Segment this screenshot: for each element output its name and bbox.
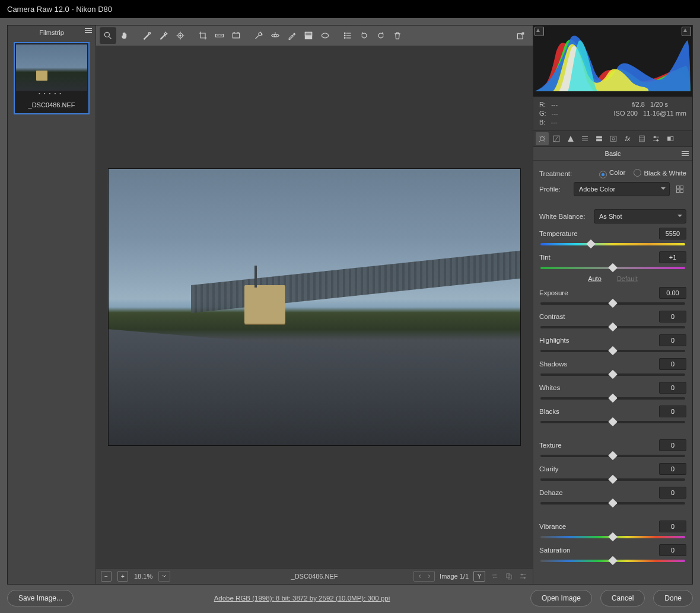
- highlights-slider[interactable]: Highlights0: [539, 334, 686, 352]
- profile-browser-icon[interactable]: [673, 183, 686, 196]
- tab-snapshots-icon[interactable]: [664, 132, 677, 145]
- transform-tool-icon[interactable]: [228, 27, 244, 44]
- delete-icon[interactable]: [389, 27, 406, 44]
- svg-rect-33: [596, 139, 602, 142]
- tab-curve-icon[interactable]: [550, 132, 563, 145]
- tab-detail-icon[interactable]: [564, 132, 577, 145]
- whites-slider[interactable]: Whites0: [539, 382, 686, 400]
- svg-point-26: [524, 577, 525, 579]
- zoom-level: 18.1%: [134, 573, 152, 580]
- tab-lens-icon[interactable]: [607, 132, 620, 145]
- tab-presets-icon[interactable]: [650, 132, 663, 145]
- zoom-dropdown[interactable]: [158, 571, 170, 582]
- cancel-button[interactable]: Cancel: [600, 590, 645, 606]
- vibrance-slider[interactable]: Vibrance0: [539, 521, 686, 538]
- footer: Save Image... Adobe RGB (1998); 8 bit; 3…: [7, 587, 693, 609]
- svg-rect-47: [676, 190, 679, 193]
- panel-title: Basic: [605, 150, 621, 157]
- exposure-slider[interactable]: Exposure0.00: [539, 287, 686, 305]
- svg-rect-36: [639, 136, 644, 142]
- panel-title-row: Basic: [533, 147, 692, 161]
- svg-point-9: [274, 34, 276, 37]
- canvas-area[interactable]: [96, 46, 533, 568]
- zoom-out-button[interactable]: −: [101, 571, 112, 582]
- tab-basic-icon[interactable]: [536, 132, 549, 145]
- copy-settings-icon[interactable]: [504, 572, 514, 581]
- treatment-bw-radio[interactable]: Black & White: [634, 169, 686, 178]
- radial-filter-tool-icon[interactable]: [317, 27, 333, 44]
- targeted-adjustment-tool-icon[interactable]: [172, 27, 189, 44]
- saturation-slider[interactable]: Saturation0: [539, 544, 686, 562]
- color-sampler-tool-icon[interactable]: [155, 27, 172, 44]
- svg-point-16: [344, 35, 345, 36]
- image-nav[interactable]: [413, 571, 435, 582]
- svg-rect-6: [216, 34, 224, 37]
- thumbnail-image: [16, 44, 87, 91]
- preferences-list-icon[interactable]: [339, 27, 356, 44]
- crop-tool-icon[interactable]: [195, 27, 211, 44]
- done-button[interactable]: Done: [653, 590, 693, 606]
- panel-tabs: fx: [533, 131, 692, 147]
- app-frame: Filmstrip ••••• _DSC0486.NEF: [0, 18, 700, 613]
- shadows-slider[interactable]: Shadows0: [539, 358, 686, 376]
- open-image-button[interactable]: Open Image: [530, 590, 592, 606]
- tab-fx-icon[interactable]: fx: [621, 132, 634, 145]
- default-button[interactable]: Default: [617, 275, 638, 282]
- toolbar: [96, 25, 533, 46]
- svg-point-14: [344, 33, 345, 34]
- share-icon[interactable]: [513, 27, 529, 44]
- right-panel: R: --- G: --- B: --- f/2.8 1/20 s ISO 20…: [533, 25, 692, 584]
- temperature-slider[interactable]: Temperature5550: [539, 228, 686, 245]
- swap-icon[interactable]: [490, 572, 499, 581]
- save-image-button[interactable]: Save Image...: [7, 590, 74, 606]
- wb-dropdown[interactable]: As Shot: [594, 209, 686, 224]
- image-preview: [109, 169, 520, 445]
- tab-hsl-icon[interactable]: [578, 132, 591, 145]
- tint-slider[interactable]: Tint+1: [539, 251, 686, 269]
- thumbnail-filename: _DSC0486.NEF: [16, 99, 87, 112]
- svg-rect-48: [680, 190, 683, 193]
- workflow-options-link[interactable]: Adobe RGB (1998); 8 bit; 3872 by 2592 (1…: [74, 595, 530, 602]
- info-row: R: --- G: --- B: --- f/2.8 1/20 s ISO 20…: [533, 97, 692, 131]
- sliders-icon[interactable]: [518, 572, 528, 581]
- tab-split-icon[interactable]: [593, 132, 606, 145]
- contrast-slider[interactable]: Contrast0: [539, 311, 686, 328]
- straighten-tool-icon[interactable]: [211, 27, 228, 44]
- zoom-in-button[interactable]: +: [117, 571, 128, 582]
- histogram[interactable]: [533, 25, 692, 97]
- center-column: − + 18.1% _DSC0486.NEF Image 1/1 Y: [96, 25, 533, 584]
- graduated-filter-tool-icon[interactable]: [300, 27, 317, 44]
- window-title: Camera Raw 12.0 - Nikon D80: [7, 5, 112, 14]
- texture-slider[interactable]: Texture0: [539, 439, 686, 457]
- svg-point-5: [180, 35, 181, 36]
- profile-dropdown[interactable]: Adobe Color: [574, 182, 670, 196]
- panel-menu-icon[interactable]: [682, 151, 689, 157]
- treatment-color-radio[interactable]: Color: [599, 169, 625, 178]
- svg-rect-45: [676, 186, 679, 189]
- thumbnail[interactable]: ••••• _DSC0486.NEF: [14, 42, 90, 114]
- svg-rect-12: [305, 32, 311, 36]
- hand-tool-icon[interactable]: [116, 27, 133, 44]
- clarity-slider[interactable]: Clarity0: [539, 463, 686, 481]
- white-balance-tool-icon[interactable]: [139, 27, 155, 44]
- dehaze-slider[interactable]: Dehaze0: [539, 487, 686, 505]
- svg-point-3: [165, 33, 167, 34]
- auto-default-row: Auto Default: [539, 275, 686, 282]
- svg-point-42: [657, 139, 658, 141]
- rotate-cw-icon[interactable]: [373, 27, 389, 44]
- titlebar: Camera Raw 12.0 - Nikon D80: [0, 0, 700, 18]
- before-after-button[interactable]: Y: [473, 571, 485, 582]
- red-eye-tool-icon[interactable]: [267, 27, 284, 44]
- rotate-ccw-icon[interactable]: [356, 27, 373, 44]
- spot-removal-tool-icon[interactable]: [250, 27, 267, 44]
- filmstrip-menu-icon[interactable]: [85, 28, 92, 33]
- blacks-slider[interactable]: Blacks0: [539, 406, 686, 423]
- svg-point-13: [322, 33, 328, 38]
- svg-point-35: [612, 138, 615, 140]
- auto-button[interactable]: Auto: [588, 275, 602, 282]
- tab-calibration-icon[interactable]: [635, 132, 648, 145]
- filmstrip-header: Filmstrip: [8, 25, 96, 40]
- zoom-tool-icon[interactable]: [100, 27, 116, 44]
- adjustment-brush-tool-icon[interactable]: [284, 27, 300, 44]
- image-counter: Image 1/1: [440, 573, 469, 580]
